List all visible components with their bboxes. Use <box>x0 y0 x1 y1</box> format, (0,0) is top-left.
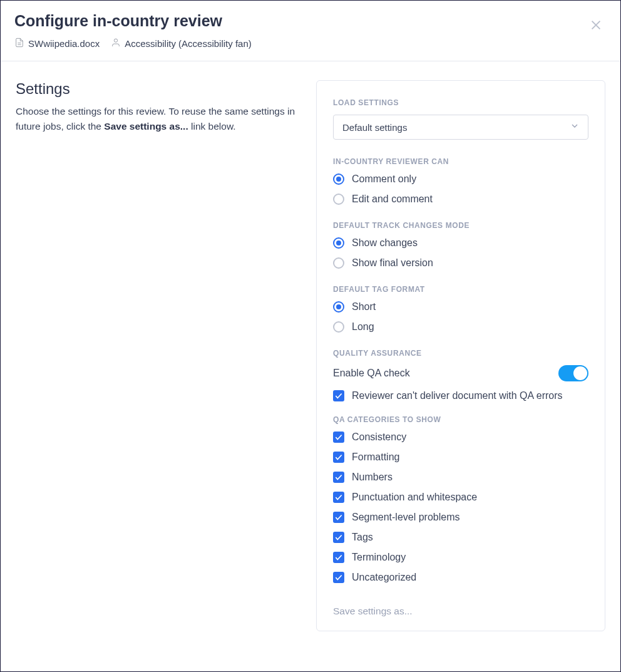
load-settings-select[interactable]: Default settings <box>333 115 588 140</box>
qa-category-row[interactable]: Terminology <box>333 552 588 563</box>
save-settings-as-link[interactable]: Save settings as... <box>333 606 413 617</box>
close-icon <box>589 23 603 34</box>
modal-body: Settings Choose the settings for this re… <box>1 61 620 646</box>
enable-qa-row: Enable QA check <box>333 365 588 381</box>
qa-strict-label: Reviewer can't deliver document with QA … <box>352 390 563 401</box>
configure-review-modal: Configure in-country review SWwiipedia.d… <box>0 0 621 672</box>
radio-option[interactable]: Comment only <box>333 173 588 185</box>
qa-category-checkbox[interactable] <box>333 552 344 563</box>
settings-description-bold: Save settings as... <box>104 121 188 132</box>
qa-categories-section: QA CATEGORIES TO SHOW ConsistencyFormatt… <box>333 415 588 583</box>
qa-category-checkbox[interactable] <box>333 432 344 443</box>
close-button[interactable] <box>589 18 603 34</box>
settings-description-post: link below. <box>188 121 236 132</box>
qa-category-label: Uncategorized <box>352 572 416 583</box>
radio-label: Comment only <box>352 173 416 185</box>
settings-description-column: Settings Choose the settings for this re… <box>16 80 304 631</box>
svg-point-2 <box>115 39 118 42</box>
person-icon <box>111 38 121 49</box>
qa-category-row[interactable]: Punctuation and whitespace <box>333 492 588 503</box>
qa-category-label: Consistency <box>352 432 406 443</box>
qa-category-row[interactable]: Numbers <box>333 472 588 483</box>
settings-panel: LOAD SETTINGS Default settings IN-COUNTR… <box>316 80 605 631</box>
qa-category-checkbox[interactable] <box>333 512 344 523</box>
radio-label: Edit and comment <box>352 194 433 205</box>
radio-label: Short <box>352 301 376 313</box>
radio-label: Show changes <box>352 237 418 249</box>
qa-categories-label: QA CATEGORIES TO SHOW <box>333 415 588 424</box>
qa-category-label: Formatting <box>352 452 399 463</box>
radio-circle[interactable] <box>333 173 344 185</box>
radio-option[interactable]: Long <box>333 321 588 333</box>
radio-circle[interactable] <box>333 301 344 313</box>
qa-strict-checkbox[interactable] <box>333 390 344 401</box>
track-changes-group: Show changesShow final version <box>333 237 588 269</box>
qa-category-row[interactable]: Segment-level problems <box>333 512 588 523</box>
qa-category-checkbox[interactable] <box>333 492 344 503</box>
reviewer-can-group: Comment onlyEdit and comment <box>333 173 588 205</box>
qa-category-row[interactable]: Tags <box>333 532 588 543</box>
settings-heading: Settings <box>16 80 304 98</box>
radio-option[interactable]: Short <box>333 301 588 313</box>
load-settings-label: LOAD SETTINGS <box>333 98 588 107</box>
qa-category-label: Terminology <box>352 552 406 563</box>
qa-category-row[interactable]: Uncategorized <box>333 572 588 583</box>
qa-categories-list: ConsistencyFormattingNumbersPunctuation … <box>333 432 588 583</box>
modal-title: Configure in-country review <box>14 12 607 30</box>
radio-circle[interactable] <box>333 321 344 333</box>
radio-label: Long <box>352 321 374 333</box>
radio-option[interactable]: Show final version <box>333 257 588 269</box>
load-settings-selected: Default settings <box>342 122 407 133</box>
reviewer-can-label: IN-COUNTRY REVIEWER CAN <box>333 157 588 166</box>
qa-section: QUALITY ASSURANCE Enable QA check Review… <box>333 349 588 401</box>
radio-circle[interactable] <box>333 194 344 205</box>
radio-option[interactable]: Edit and comment <box>333 194 588 205</box>
qa-label: QUALITY ASSURANCE <box>333 349 588 358</box>
qa-category-label: Numbers <box>352 472 393 483</box>
tag-format-group: ShortLong <box>333 301 588 333</box>
qa-category-row[interactable]: Consistency <box>333 432 588 443</box>
reviewer-meta: Accessibility (Accessibility fan) <box>111 38 252 49</box>
qa-category-checkbox[interactable] <box>333 532 344 543</box>
qa-category-label: Segment-level problems <box>352 512 460 523</box>
qa-category-checkbox[interactable] <box>333 452 344 463</box>
document-meta: SWwiipedia.docx <box>14 38 100 49</box>
radio-circle[interactable] <box>333 237 344 249</box>
enable-qa-toggle[interactable] <box>558 365 588 381</box>
enable-qa-label: Enable QA check <box>333 368 410 379</box>
reviewer-name: Accessibility (Accessibility fan) <box>125 38 252 49</box>
document-icon <box>14 38 24 49</box>
document-name: SWwiipedia.docx <box>28 38 100 49</box>
modal-header: Configure in-country review SWwiipedia.d… <box>1 1 620 61</box>
qa-strict-row[interactable]: Reviewer can't deliver document with QA … <box>333 390 588 401</box>
qa-category-checkbox[interactable] <box>333 572 344 583</box>
qa-category-label: Tags <box>352 532 373 543</box>
qa-category-row[interactable]: Formatting <box>333 452 588 463</box>
qa-category-label: Punctuation and whitespace <box>352 492 477 503</box>
meta-row: SWwiipedia.docx Accessibility (Accessibi… <box>14 38 607 49</box>
settings-description: Choose the settings for this review. To … <box>16 104 304 134</box>
load-settings-select-wrap: Default settings <box>333 115 588 140</box>
radio-option[interactable]: Show changes <box>333 237 588 249</box>
tag-format-label: DEFAULT TAG FORMAT <box>333 285 588 294</box>
track-changes-label: DEFAULT TRACK CHANGES MODE <box>333 221 588 230</box>
radio-label: Show final version <box>352 257 433 269</box>
qa-category-checkbox[interactable] <box>333 472 344 483</box>
radio-circle[interactable] <box>333 257 344 269</box>
